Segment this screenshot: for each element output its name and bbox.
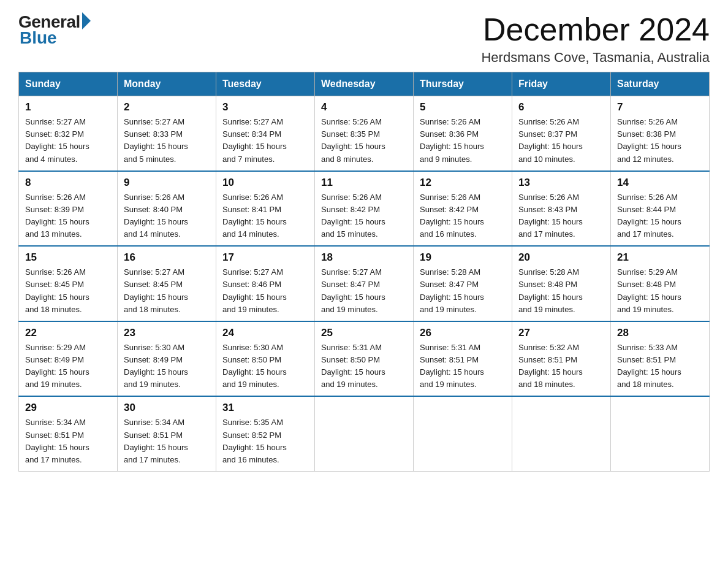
day-cell: 23Sunrise: 5:30 AMSunset: 8:49 PMDayligh… (118, 321, 216, 397)
day-cell: 26Sunrise: 5:31 AMSunset: 8:51 PMDayligh… (414, 321, 512, 397)
day-info: Sunrise: 5:26 AMSunset: 8:43 PMDaylight:… (518, 191, 604, 241)
day-cell (414, 396, 512, 471)
day-info: Sunrise: 5:30 AMSunset: 8:50 PMDaylight:… (222, 342, 308, 391)
day-number: 17 (222, 251, 308, 264)
header-thursday: Thursday (414, 72, 512, 96)
day-cell: 17Sunrise: 5:27 AMSunset: 8:46 PMDayligh… (216, 246, 315, 321)
day-cell: 6Sunrise: 5:26 AMSunset: 8:37 PMDaylight… (512, 96, 611, 171)
day-info: Sunrise: 5:26 AMSunset: 8:39 PMDaylight:… (25, 191, 111, 241)
day-info: Sunrise: 5:28 AMSunset: 8:48 PMDaylight:… (518, 266, 604, 316)
day-cell: 30Sunrise: 5:34 AMSunset: 8:51 PMDayligh… (118, 396, 216, 471)
day-cell: 16Sunrise: 5:27 AMSunset: 8:45 PMDayligh… (118, 246, 216, 321)
day-number: 14 (617, 177, 703, 189)
day-cell (315, 396, 414, 471)
day-info: Sunrise: 5:26 AMSunset: 8:41 PMDaylight:… (222, 191, 308, 241)
day-number: 5 (420, 101, 506, 113)
week-row-5: 29Sunrise: 5:34 AMSunset: 8:51 PMDayligh… (19, 396, 710, 471)
day-info: Sunrise: 5:27 AMSunset: 8:32 PMDaylight:… (25, 116, 111, 166)
day-cell: 4Sunrise: 5:26 AMSunset: 8:35 PMDaylight… (315, 96, 414, 171)
day-cell (611, 396, 710, 471)
day-info: Sunrise: 5:26 AMSunset: 8:38 PMDaylight:… (617, 116, 703, 166)
day-number: 31 (222, 402, 308, 414)
day-info: Sunrise: 5:26 AMSunset: 8:44 PMDaylight:… (617, 191, 703, 241)
day-number: 9 (124, 177, 210, 189)
location-title: Herdsmans Cove, Tasmania, Australia (481, 50, 710, 66)
day-info: Sunrise: 5:31 AMSunset: 8:50 PMDaylight:… (321, 342, 407, 391)
logo: General Blue (18, 12, 91, 48)
day-cell: 28Sunrise: 5:33 AMSunset: 8:51 PMDayligh… (611, 321, 710, 397)
day-info: Sunrise: 5:27 AMSunset: 8:34 PMDaylight:… (222, 116, 308, 166)
day-info: Sunrise: 5:26 AMSunset: 8:42 PMDaylight:… (321, 191, 407, 241)
day-number: 22 (25, 327, 111, 339)
day-info: Sunrise: 5:30 AMSunset: 8:49 PMDaylight:… (124, 342, 210, 391)
day-cell: 13Sunrise: 5:26 AMSunset: 8:43 PMDayligh… (512, 171, 611, 247)
day-number: 16 (124, 251, 210, 264)
day-number: 10 (222, 177, 308, 189)
page-header: General Blue December 2024 Herdsmans Cov… (18, 12, 710, 66)
day-cell (512, 396, 611, 471)
day-cell: 29Sunrise: 5:34 AMSunset: 8:51 PMDayligh… (19, 396, 118, 471)
day-info: Sunrise: 5:26 AMSunset: 8:40 PMDaylight:… (124, 191, 210, 241)
calendar-table: SundayMondayTuesdayWednesdayThursdayFrid… (18, 72, 710, 472)
day-number: 3 (222, 101, 308, 113)
day-number: 24 (222, 327, 308, 339)
title-block: December 2024 Herdsmans Cove, Tasmania, … (481, 12, 710, 66)
day-number: 26 (420, 327, 506, 339)
day-cell: 5Sunrise: 5:26 AMSunset: 8:36 PMDaylight… (414, 96, 512, 171)
day-number: 2 (124, 101, 210, 113)
day-info: Sunrise: 5:35 AMSunset: 8:52 PMDaylight:… (222, 416, 308, 466)
header-friday: Friday (512, 72, 611, 96)
day-number: 7 (617, 101, 703, 113)
day-number: 19 (420, 251, 506, 264)
day-cell: 1Sunrise: 5:27 AMSunset: 8:32 PMDaylight… (19, 96, 118, 171)
day-cell: 11Sunrise: 5:26 AMSunset: 8:42 PMDayligh… (315, 171, 414, 247)
day-cell: 7Sunrise: 5:26 AMSunset: 8:38 PMDaylight… (611, 96, 710, 171)
day-cell: 25Sunrise: 5:31 AMSunset: 8:50 PMDayligh… (315, 321, 414, 397)
day-number: 25 (321, 327, 407, 339)
day-number: 11 (321, 177, 407, 189)
day-cell: 22Sunrise: 5:29 AMSunset: 8:49 PMDayligh… (19, 321, 118, 397)
day-cell: 27Sunrise: 5:32 AMSunset: 8:51 PMDayligh… (512, 321, 611, 397)
week-row-2: 8Sunrise: 5:26 AMSunset: 8:39 PMDaylight… (19, 171, 710, 247)
month-title: December 2024 (481, 12, 710, 47)
day-info: Sunrise: 5:34 AMSunset: 8:51 PMDaylight:… (25, 416, 111, 466)
day-info: Sunrise: 5:29 AMSunset: 8:49 PMDaylight:… (25, 342, 111, 391)
day-cell: 14Sunrise: 5:26 AMSunset: 8:44 PMDayligh… (611, 171, 710, 247)
day-number: 21 (617, 251, 703, 264)
day-info: Sunrise: 5:27 AMSunset: 8:33 PMDaylight:… (124, 116, 210, 166)
day-info: Sunrise: 5:26 AMSunset: 8:36 PMDaylight:… (420, 116, 506, 166)
day-info: Sunrise: 5:28 AMSunset: 8:47 PMDaylight:… (420, 266, 506, 316)
day-number: 6 (518, 101, 604, 113)
week-row-1: 1Sunrise: 5:27 AMSunset: 8:32 PMDaylight… (19, 96, 710, 171)
day-number: 30 (124, 402, 210, 414)
day-cell: 18Sunrise: 5:27 AMSunset: 8:47 PMDayligh… (315, 246, 414, 321)
day-cell: 20Sunrise: 5:28 AMSunset: 8:48 PMDayligh… (512, 246, 611, 321)
weekday-header-row: SundayMondayTuesdayWednesdayThursdayFrid… (19, 72, 710, 96)
day-number: 4 (321, 101, 407, 113)
day-info: Sunrise: 5:32 AMSunset: 8:51 PMDaylight:… (518, 342, 604, 391)
day-number: 13 (518, 177, 604, 189)
day-cell: 31Sunrise: 5:35 AMSunset: 8:52 PMDayligh… (216, 396, 315, 471)
day-number: 1 (25, 101, 111, 113)
day-cell: 9Sunrise: 5:26 AMSunset: 8:40 PMDaylight… (118, 171, 216, 247)
day-info: Sunrise: 5:26 AMSunset: 8:45 PMDaylight:… (25, 266, 111, 316)
day-cell: 8Sunrise: 5:26 AMSunset: 8:39 PMDaylight… (19, 171, 118, 247)
day-number: 18 (321, 251, 407, 264)
day-cell: 2Sunrise: 5:27 AMSunset: 8:33 PMDaylight… (118, 96, 216, 171)
day-info: Sunrise: 5:27 AMSunset: 8:45 PMDaylight:… (124, 266, 210, 316)
day-cell: 12Sunrise: 5:26 AMSunset: 8:42 PMDayligh… (414, 171, 512, 247)
day-cell: 24Sunrise: 5:30 AMSunset: 8:50 PMDayligh… (216, 321, 315, 397)
day-number: 8 (25, 177, 111, 189)
header-monday: Monday (118, 72, 216, 96)
day-number: 28 (617, 327, 703, 339)
day-info: Sunrise: 5:34 AMSunset: 8:51 PMDaylight:… (124, 416, 210, 466)
day-info: Sunrise: 5:26 AMSunset: 8:42 PMDaylight:… (420, 191, 506, 241)
day-cell: 10Sunrise: 5:26 AMSunset: 8:41 PMDayligh… (216, 171, 315, 247)
day-cell: 19Sunrise: 5:28 AMSunset: 8:47 PMDayligh… (414, 246, 512, 321)
day-number: 20 (518, 251, 604, 264)
day-number: 15 (25, 251, 111, 264)
day-info: Sunrise: 5:26 AMSunset: 8:37 PMDaylight:… (518, 116, 604, 166)
day-cell: 15Sunrise: 5:26 AMSunset: 8:45 PMDayligh… (19, 246, 118, 321)
day-cell: 3Sunrise: 5:27 AMSunset: 8:34 PMDaylight… (216, 96, 315, 171)
day-number: 29 (25, 402, 111, 414)
